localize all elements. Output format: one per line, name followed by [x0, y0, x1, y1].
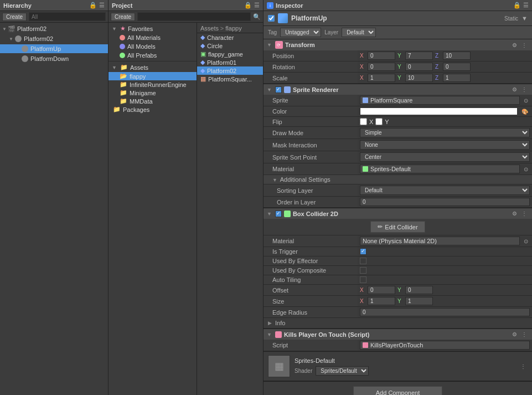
position-x-input[interactable]	[368, 52, 395, 60]
position-value: X Y Z	[358, 50, 532, 61]
list-item[interactable]: 📂 flappy	[109, 72, 197, 80]
offset-x-input[interactable]	[368, 286, 395, 294]
list-item[interactable]: ▦ PlatformSquar...	[197, 75, 263, 83]
rotation-label: Rotation	[264, 61, 358, 73]
static-dropdown-icon[interactable]: ▼	[521, 15, 528, 22]
list-item[interactable]: ◆ Platform01	[197, 58, 263, 66]
color-pick-button[interactable]: 🎨	[520, 108, 530, 115]
list-item[interactable]: ◆ Character	[197, 33, 263, 42]
sprite-thumbnail: ▦	[268, 355, 290, 377]
rotation-z-input[interactable]	[443, 63, 471, 71]
edit-collider-button[interactable]: ✏ Edit Collider	[370, 221, 425, 233]
project-search-input[interactable]	[137, 12, 251, 21]
list-item[interactable]: All Prefabs	[109, 51, 197, 60]
list-item[interactable]: All Materials	[109, 33, 197, 42]
menu-icon[interactable]: ☰	[523, 2, 529, 9]
kills-player-more-button[interactable]: ⋮	[520, 331, 529, 338]
list-item[interactable]: 📁 MMData	[109, 97, 197, 105]
shader-dropdown[interactable]: Sprites/Default	[316, 366, 369, 376]
list-item[interactable]: ▼ Platform02	[0, 34, 108, 44]
lock-icon[interactable]: 🔒	[513, 2, 521, 9]
breadcrumb: Assets > flappy	[197, 24, 263, 33]
flip-value: X Y	[358, 117, 532, 127]
sorting-layer-label: Sorting Layer	[264, 184, 358, 197]
mask-interaction-dropdown[interactable]: None	[360, 140, 530, 150]
breadcrumb-flappy[interactable]: flappy	[225, 25, 241, 32]
list-item[interactable]: All Models	[109, 42, 197, 51]
used-by-composite-checkbox[interactable]	[360, 267, 366, 274]
offset-value: X Y	[358, 285, 532, 296]
transform-settings-button[interactable]: ⚙	[510, 42, 519, 49]
scale-y-input[interactable]	[405, 74, 433, 82]
list-item[interactable]: 📁 Minigame	[109, 89, 197, 97]
list-item[interactable]: ◆ Circle	[197, 42, 263, 50]
project-toolbar: Create 🔍	[109, 11, 263, 23]
script-ref[interactable]: KillsPlayerOnTouch	[360, 341, 530, 350]
sprite-renderer-component: ▼ Sprite Renderer ⚙ ⋮ Sprite PlatformSqu…	[264, 84, 532, 208]
position-z-input[interactable]	[443, 52, 471, 60]
asset-label: Platform02	[207, 68, 236, 74]
list-item[interactable]: ◆ Platform02	[197, 66, 263, 75]
kills-player-settings-button[interactable]: ⚙	[510, 331, 519, 338]
sprite-ref[interactable]: PlatformSquare	[360, 96, 520, 105]
object-active-checkbox[interactable]	[268, 15, 275, 22]
size-x-input[interactable]	[368, 297, 395, 305]
sprite-sort-point-dropdown[interactable]: Center	[360, 152, 530, 162]
inspector-content: PlatformUp Static ▼ Tag Untagged Layer D…	[264, 11, 532, 395]
box-collider-header[interactable]: ▼ Box Collider 2D ⚙ ⋮	[264, 208, 532, 219]
material-pick-button[interactable]: ⊙	[522, 166, 530, 173]
is-trigger-checkbox-checked[interactable]	[360, 248, 366, 255]
sprite-renderer-more-button[interactable]: ⋮	[520, 86, 529, 93]
collider-material-ref[interactable]: None (Physics Material 2D)	[360, 237, 520, 245]
info-icon: i	[267, 2, 273, 9]
sprite-renderer-settings-button[interactable]: ⚙	[510, 86, 519, 93]
additional-settings-header[interactable]: ▼ Additional Settings	[264, 175, 532, 184]
list-item[interactable]: 📁 Packages	[109, 105, 197, 114]
collider-material-pick-button[interactable]: ⊙	[522, 238, 530, 245]
offset-y-input[interactable]	[405, 286, 433, 294]
size-y-input[interactable]	[405, 297, 433, 305]
project-create-button[interactable]: Create	[111, 13, 135, 21]
auto-tiling-checkbox[interactable]	[360, 276, 366, 283]
kills-player-header[interactable]: ▼ Kills Player On Touch (Script) ⚙ ⋮	[264, 329, 532, 340]
transform-more-button[interactable]: ⋮	[520, 42, 529, 49]
box-collider-more-button[interactable]: ⋮	[520, 210, 529, 217]
box-collider-settings-button[interactable]: ⚙	[510, 210, 519, 217]
hierarchy-header-icons: 🔒 ☰	[89, 2, 105, 9]
asset-prefab-icon: ◆	[200, 67, 205, 74]
list-item[interactable]: ▣ flappy_game	[197, 50, 263, 58]
position-y-input[interactable]	[405, 52, 433, 60]
rotation-y-input[interactable]	[405, 63, 433, 71]
draw-mode-dropdown[interactable]: Simple	[360, 128, 530, 137]
list-item[interactable]: ▼ 🎬 Platform02	[0, 24, 108, 34]
list-item[interactable]: 📁 InfiniteRunnerEngine	[109, 80, 197, 89]
list-item[interactable]: PlatformUp	[0, 44, 108, 54]
assets-header[interactable]: ▼ 📁 Assets	[109, 63, 197, 72]
sprite-pick-button[interactable]: ⊙	[522, 97, 530, 104]
favorites-header[interactable]: ▼ ★ Favorites	[109, 24, 197, 33]
color-picker[interactable]	[360, 107, 518, 115]
tag-layer-row: Tag Untagged Layer Default	[264, 26, 532, 39]
flip-y-checkbox[interactable]	[375, 118, 383, 125]
layer-dropdown[interactable]: Default	[342, 28, 376, 37]
flip-x-checkbox[interactable]	[360, 118, 367, 125]
list-item[interactable]: PlatformDown	[0, 54, 108, 64]
sprite-renderer-header[interactable]: ▼ Sprite Renderer ⚙ ⋮	[264, 84, 532, 95]
rotation-x-input[interactable]	[368, 63, 395, 71]
material-ref[interactable]: Sprites-Default	[360, 165, 520, 173]
hierarchy-search-input[interactable]	[29, 12, 106, 21]
order-in-layer-input[interactable]	[360, 198, 530, 206]
scale-z-input[interactable]	[443, 74, 471, 82]
info-row[interactable]: ▶ Info	[264, 318, 532, 329]
hierarchy-create-button[interactable]: Create	[2, 13, 27, 21]
tag-dropdown[interactable]: Untagged	[280, 28, 321, 37]
sprites-default-more-button[interactable]: ⋮	[519, 363, 528, 370]
add-component-button[interactable]: Add Component	[353, 386, 443, 395]
sorting-layer-dropdown[interactable]: Default	[360, 186, 530, 195]
breadcrumb-assets[interactable]: Assets	[200, 25, 219, 32]
scale-x-input[interactable]	[368, 74, 395, 82]
transform-header[interactable]: ▼ ⟳ Transform ⚙ ⋮	[264, 39, 532, 50]
edge-radius-input[interactable]	[360, 308, 530, 316]
rotation-value: X Y Z	[358, 61, 532, 73]
used-by-effector-checkbox[interactable]	[360, 258, 366, 264]
